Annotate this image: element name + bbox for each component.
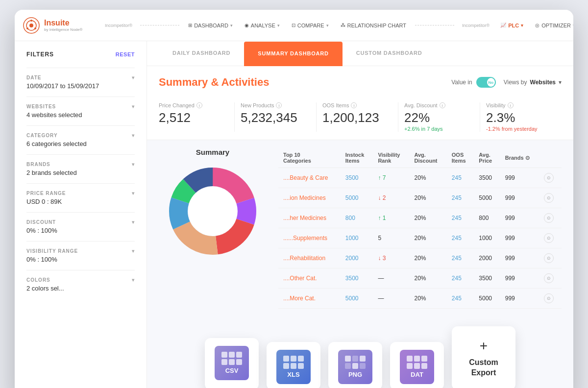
main-layout: FILTERS RESET DATE ▾ 10/09/2017 to 15/09… [15, 41, 573, 388]
filter-websites-chevron[interactable]: ▾ [132, 104, 135, 109]
info-icon-visibility[interactable]: i [508, 102, 514, 108]
csv-label: CSV [225, 367, 239, 374]
cell-category: ....Rehabilitation [278, 248, 341, 268]
sidebar: FILTERS RESET DATE ▾ 10/09/2017 to 15/09… [15, 41, 147, 388]
nav-compare[interactable]: ⊡ COMPARE ▾ [287, 20, 334, 31]
metric-visibility-label: Visibility i [486, 102, 556, 108]
cell-rank: — [373, 289, 409, 309]
cell-download[interactable]: ⊙ [539, 289, 562, 309]
nav-relationship-chart[interactable]: ⁂ RELATIONSHIP CHART [336, 20, 411, 31]
metric-avg-discount: Avg. Discount i 22% +2.6% in 7 days [398, 102, 480, 132]
nav-analyse[interactable]: ◉ ANALYSE ▾ [240, 20, 285, 31]
separator-label-2: Incompetitor® [458, 23, 493, 28]
export-xls-card[interactable]: XLS [267, 342, 320, 388]
xls-label: XLS [287, 371, 299, 378]
col-brands: Brands ⊙ [500, 148, 539, 168]
views-by-control[interactable]: Views by Websites ▾ [504, 79, 562, 86]
toggle-knob: No [487, 78, 495, 87]
nav-optimizer-label: OPTIMIZER [541, 23, 571, 28]
value-in-label: Value in [451, 79, 472, 86]
info-icon-new-products[interactable]: i [276, 102, 282, 108]
nav-optimizer[interactable]: ◎ OPTIMIZER ▾ [530, 20, 573, 31]
export-png-card[interactable]: PNG [328, 342, 382, 388]
metric-visibility-change: -1.2% from yesterday [486, 126, 556, 132]
metric-price-changed-label: Price Changed i [159, 102, 228, 108]
nav-dashboard-chevron: ▾ [230, 23, 233, 28]
cell-brands: 999 [500, 289, 539, 309]
brands-sort-icon[interactable]: ⊙ [525, 155, 530, 161]
nav-plc[interactable]: 📈 PLC ▾ [495, 20, 528, 31]
cell-download[interactable]: ⊙ [539, 188, 562, 208]
reset-button[interactable]: RESET [116, 51, 135, 57]
metric-oos-label: OOS Items i [322, 102, 392, 108]
table-row: ....More Cat. 5000 — 20% 245 5000 999 ⊙ [278, 289, 562, 309]
metric-price-changed: Price Changed i 2,512 [159, 102, 235, 132]
nav-dashboard[interactable]: ⊞ DASHBOARD ▾ [183, 20, 238, 31]
summary-title: Summary & Activities [159, 76, 269, 89]
export-overlay: CSV X [147, 316, 573, 388]
filter-websites-value: 4 websites selected [26, 111, 135, 119]
filter-visibility-chevron[interactable]: ▾ [132, 248, 135, 254]
filter-price-chevron[interactable]: ▾ [132, 191, 135, 196]
nav-compare-chevron: ▾ [326, 23, 329, 28]
donut-title: Summary [159, 148, 267, 156]
filter-discount-chevron[interactable]: ▾ [132, 219, 135, 225]
cell-download[interactable]: ⊙ [539, 268, 562, 289]
export-dat-card[interactable]: DAT [390, 342, 444, 388]
cell-instock: 3500 [341, 268, 373, 289]
metric-avg-discount-change: +2.6% in 7 days [404, 126, 474, 132]
filter-date: DATE ▾ 10/09/2017 to 15/09/2017 [26, 68, 135, 97]
filter-brands-title: BRANDS ▾ [26, 162, 135, 167]
cell-category: ....More Cat. [278, 289, 341, 309]
svg-point-2 [29, 24, 33, 27]
table-row: ......Supplements 1000 5 20% 245 1000 99… [278, 228, 562, 248]
cell-rank: 5 [373, 228, 409, 248]
svg-point-3 [30, 20, 32, 22]
cell-instock: 2000 [341, 248, 373, 268]
cell-brands: 999 [500, 268, 539, 289]
nav-dashboard-label: DASHBOARD [194, 23, 228, 28]
filter-category-chevron[interactable]: ▾ [132, 133, 135, 138]
cell-download[interactable]: ⊙ [539, 228, 562, 248]
summary-table: Top 10Categories InstockItems Visibility… [278, 148, 562, 309]
info-icon-discount[interactable]: i [440, 102, 445, 108]
filter-date-chevron[interactable]: ▾ [132, 75, 135, 80]
cell-download[interactable]: ⊙ [539, 168, 562, 188]
info-icon-price[interactable]: i [196, 102, 202, 108]
logo-text: Insuite by Intelligence Node® [44, 19, 82, 32]
metric-avg-discount-value: 22% [404, 111, 474, 124]
tab-summary-dashboard[interactable]: SUMMARY DASHBOARD [244, 42, 342, 66]
cell-rank: ↓ 3 [373, 248, 409, 268]
cell-rank: ↑ 7 [373, 168, 409, 188]
info-icon-oos[interactable]: i [351, 102, 357, 108]
tab-custom-dashboard[interactable]: CUSTOM DASHBOARD [343, 41, 436, 66]
filter-colors-chevron[interactable]: ▾ [132, 277, 135, 283]
cell-avg-price: 5000 [474, 188, 500, 208]
filter-brands: BRANDS ▾ 2 brands selected [26, 154, 135, 183]
custom-export-label: Custom Export [460, 358, 508, 378]
cell-rank: ↑ 1 [373, 208, 409, 228]
cell-oos: 245 [447, 168, 474, 188]
svg-point-4 [34, 27, 36, 29]
cell-discount: 20% [409, 289, 446, 309]
cell-category: ....ion Medicines [278, 188, 341, 208]
app-name: Insuite [44, 19, 82, 27]
cell-rank: — [373, 268, 409, 289]
toggle-switch[interactable]: No [476, 77, 496, 88]
cell-download[interactable]: ⊙ [539, 208, 562, 228]
tab-daily-dashboard[interactable]: DAILY DASHBOARD [159, 41, 244, 66]
table-row: ....her Medicines 800 ↑ 1 20% 245 800 99… [278, 208, 562, 228]
custom-plus-icon: + [480, 338, 488, 354]
cell-download[interactable]: ⊙ [539, 248, 562, 268]
cell-avg-price: 1000 [474, 228, 500, 248]
filter-price-title: PRICE RANGE ▾ [26, 191, 135, 196]
col-avg-discount: Avg.Discount [409, 148, 446, 168]
nav-analyse-label: ANALYSE [251, 23, 275, 28]
filter-brands-chevron[interactable]: ▾ [132, 162, 135, 167]
header-controls: Value in No Views by Websites ▾ [451, 77, 562, 88]
custom-export-card[interactable]: + Custom Export [452, 326, 515, 388]
cell-brands: 999 [500, 228, 539, 248]
cell-oos: 245 [447, 228, 474, 248]
export-csv-card[interactable]: CSV [205, 338, 259, 388]
cell-discount: 20% [409, 248, 446, 268]
